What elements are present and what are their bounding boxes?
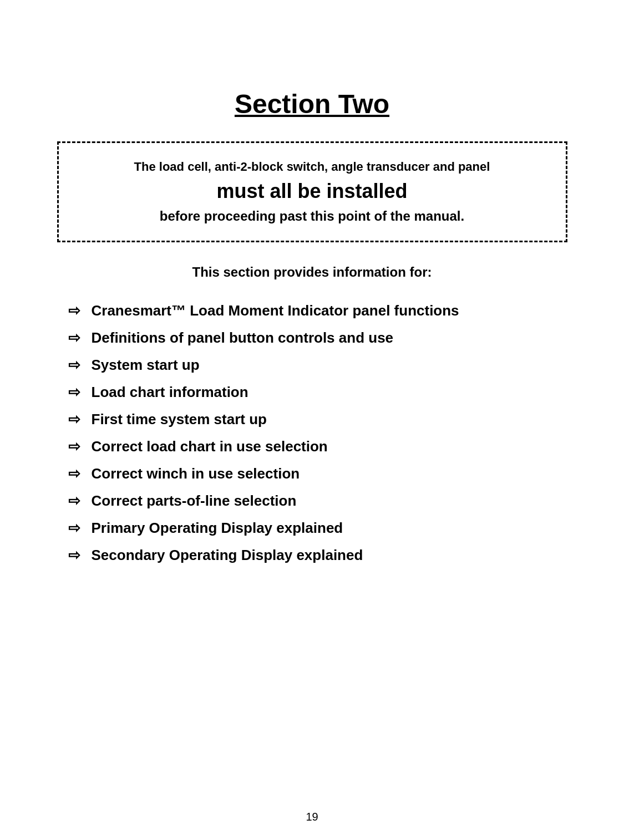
bullet-arrow-icon: ⇨ [68,411,80,428]
list-item-text: Cranesmart™ Load Moment Indicator panel … [92,302,459,319]
warning-sub-text: before proceeding past this point of the… [87,208,538,224]
warning-main-text: must all be installed [87,180,538,203]
bullet-arrow-icon: ⇨ [68,357,80,374]
bullet-arrow-icon: ⇨ [68,492,80,510]
section-title: Section Two [235,89,389,119]
list-item: ⇨Secondary Operating Display explained [57,547,567,564]
list-item-text: First time system start up [92,411,267,428]
bullet-arrow-icon: ⇨ [68,329,80,347]
list-item: ⇨Correct winch in use selection [57,465,567,482]
page-container: Section Two The load cell, anti-2-block … [0,0,624,840]
bullet-arrow-icon: ⇨ [68,302,80,319]
bullet-arrow-icon: ⇨ [68,384,80,401]
list-item-text: Correct parts-of-line selection [92,492,297,510]
list-item-text: Definitions of panel button controls and… [92,329,394,347]
section-intro: This section provides information for: [192,264,432,280]
warning-top-text: The load cell, anti-2-block switch, angl… [87,160,538,174]
list-item: ⇨Cranesmart™ Load Moment Indicator panel… [57,302,567,319]
page-number: 19 [306,811,318,823]
list-item-text: System start up [92,357,200,374]
list-item: ⇨System start up [57,357,567,374]
list-item-text: Secondary Operating Display explained [92,547,363,564]
bullet-list: ⇨Cranesmart™ Load Moment Indicator panel… [57,302,567,574]
list-item: ⇨Primary Operating Display explained [57,520,567,537]
bullet-arrow-icon: ⇨ [68,547,80,564]
bullet-arrow-icon: ⇨ [68,438,80,455]
list-item-text: Load chart information [92,384,248,401]
list-item-text: Correct winch in use selection [92,465,300,482]
list-item: ⇨Correct parts-of-line selection [57,492,567,510]
list-item: ⇨Load chart information [57,384,567,401]
list-item-text: Primary Operating Display explained [92,520,343,537]
list-item: ⇨Definitions of panel button controls an… [57,329,567,347]
warning-box: The load cell, anti-2-block switch, angl… [57,141,567,242]
bullet-arrow-icon: ⇨ [68,520,80,537]
list-item-text: Correct load chart in use selection [92,438,328,455]
bullet-arrow-icon: ⇨ [68,465,80,482]
list-item: ⇨Correct load chart in use selection [57,438,567,455]
list-item: ⇨First time system start up [57,411,567,428]
